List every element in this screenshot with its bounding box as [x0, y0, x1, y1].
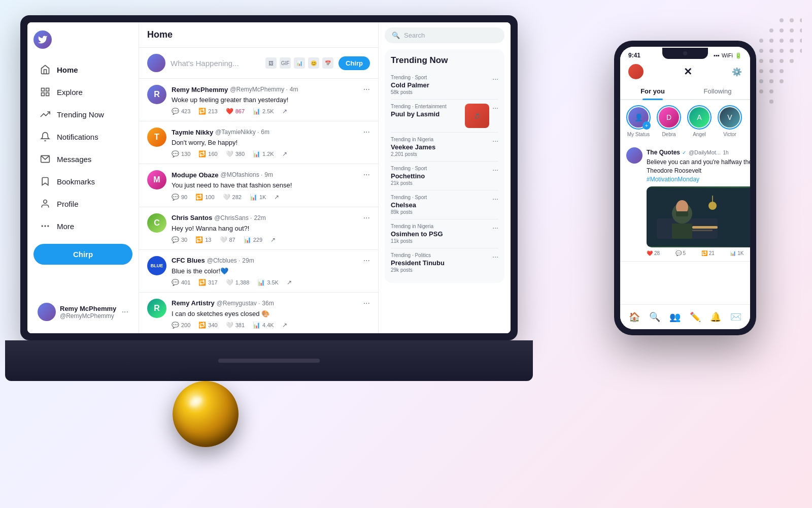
comment-action-2[interactable]: 💬 130 — [172, 150, 190, 157]
phone-nav-search[interactable]: 🔍 — [648, 310, 662, 324]
tweet-menu-4[interactable]: ··· — [363, 213, 370, 223]
tweet-text-4: Hey yo! Wanna hang out?! — [172, 224, 370, 233]
trend-dots-4[interactable]: ··· — [492, 166, 498, 174]
trend-dots-2[interactable]: ··· — [492, 104, 498, 112]
phone-nav-notifications[interactable]: 🔔 — [708, 310, 723, 324]
trend-item-6[interactable]: Trending in Nigeria Osimhen to PSG 11k p… — [391, 219, 498, 248]
retweet-action-2[interactable]: 🔁 160 — [198, 150, 217, 157]
tweet-menu-2[interactable]: ··· — [363, 128, 370, 137]
trend-dots-1[interactable]: ··· — [492, 75, 498, 83]
sidebar-item-profile[interactable]: Profile — [33, 193, 132, 214]
tweet-card-4[interactable]: C Chris Santos @ChrisSans · 22m ··· Hey … — [139, 207, 378, 250]
tweet-menu-5[interactable]: ··· — [363, 256, 370, 265]
phone-views-action[interactable]: 📊 1K — [730, 250, 743, 256]
retweet-action-6[interactable]: 🔁 340 — [198, 322, 217, 329]
tweet-time-4: 22m — [254, 214, 265, 221]
like-action-1[interactable]: ❤️ 867 — [226, 108, 245, 115]
comment-action-5[interactable]: 💬 401 — [172, 279, 190, 286]
story-item-angel[interactable]: A Angel — [687, 105, 712, 137]
like-action-6[interactable]: 🤍 381 — [226, 322, 245, 329]
hashtag[interactable]: #MotivationMonday — [647, 176, 699, 183]
tweet-menu-3[interactable]: ··· — [363, 170, 370, 179]
retweet-action-4[interactable]: 🔁 13 — [195, 236, 211, 243]
compose-emoji-btn[interactable]: 😊 — [308, 57, 319, 69]
retweet-action-5[interactable]: 🔁 317 — [198, 279, 217, 286]
phone-tweet-card[interactable]: The Quotes ✓ @DailyMot... 1h ··· Believe… — [620, 142, 750, 262]
trend-item-2[interactable]: Trending · Entertainment Puul by Lasmid … — [391, 100, 498, 133]
sidebar-item-explore[interactable]: Explore — [33, 81, 132, 103]
phone-retweet-action[interactable]: 🔁 21 — [701, 250, 715, 256]
like-action-3[interactable]: 🤍 282 — [223, 194, 242, 201]
tab-following[interactable]: Following — [685, 83, 750, 99]
user-profile-section[interactable]: Remy McPhemmy @RemyMcPhemmy ··· — [33, 299, 132, 325]
comment-action-6[interactable]: 💬 200 — [172, 322, 190, 329]
trend-dots-5[interactable]: ··· — [492, 195, 498, 203]
like-action-5[interactable]: 🤍 1,388 — [226, 279, 250, 286]
tab-for-you[interactable]: For you — [620, 83, 685, 99]
compose-placeholder[interactable]: What's Happening... — [171, 59, 260, 68]
user-menu-dots[interactable]: ··· — [122, 307, 128, 316]
trend-item-4[interactable]: Trending · Sport Pochettino 21k posts ··… — [391, 162, 498, 190]
tweet-card-2[interactable]: T Taymie Nikky @TaymieNikky · 6m ··· Don… — [139, 121, 378, 164]
retweet-action-1[interactable]: 🔁 213 — [198, 108, 217, 115]
share-action-6[interactable]: ↗ — [282, 322, 287, 329]
svg-rect-38 — [42, 93, 45, 96]
views-action-1[interactable]: 📊 2.5K — [253, 108, 274, 115]
phone-settings-icon[interactable]: ⚙️ — [732, 67, 742, 77]
tweet-menu-6[interactable]: ··· — [363, 299, 370, 308]
trend-dots-3[interactable]: ··· — [492, 137, 498, 145]
tweet-card[interactable]: R Remy McPhemmy @RemyMcPhemmy · 4m ··· W… — [139, 79, 378, 121]
like-action-4[interactable]: 🤍 87 — [220, 236, 235, 243]
phone-nav-messages[interactable]: ✉️ — [729, 310, 743, 324]
phone-comment-action[interactable]: 💬 5 — [675, 250, 686, 256]
trend-item-5[interactable]: Trending · Sport Chelsea 89k posts ··· — [391, 190, 498, 219]
sidebar-item-more[interactable]: More — [33, 215, 132, 237]
views-action-4[interactable]: 📊 229 — [244, 236, 262, 243]
tweet-card-3[interactable]: M Modupe Obaze @MOfashions · 9m ··· You … — [139, 164, 378, 207]
sidebar-item-bookmarks[interactable]: Bookmarks — [33, 171, 132, 192]
trend-dots-7[interactable]: ··· — [492, 252, 498, 261]
views-action-6[interactable]: 📊 4.4K — [253, 322, 274, 329]
compose-gif-btn[interactable]: GIF — [280, 57, 291, 69]
views-action-3[interactable]: 📊 1K — [250, 194, 266, 201]
story-item-mystatus[interactable]: 👤 + My Status — [626, 105, 651, 137]
phone-nav-people[interactable]: 👥 — [668, 310, 682, 324]
sidebar-item-home[interactable]: Home — [33, 59, 132, 80]
comment-action-3[interactable]: 💬 90 — [172, 194, 187, 201]
phone-nav-compose[interactable]: ✏️ — [688, 310, 702, 324]
comment-action-1[interactable]: 💬 423 — [172, 108, 190, 115]
share-action-4[interactable]: ↗ — [270, 236, 276, 243]
phone-user-avatar[interactable] — [628, 64, 644, 79]
phone-like-action[interactable]: ❤️ 28 — [647, 250, 660, 256]
compose-poll-btn[interactable]: 📊 — [294, 57, 305, 69]
views-action-2[interactable]: 📊 1.2K — [253, 150, 274, 157]
tweet-menu-1[interactable]: ··· — [363, 85, 370, 94]
trend-item-3[interactable]: Trending in Nigeria Veekee James 2,201 p… — [391, 133, 498, 162]
retweet-action-3[interactable]: 🔁 100 — [195, 194, 214, 201]
compose-image-btn[interactable]: 🖼 — [265, 57, 277, 69]
share-action-1[interactable]: ↗ — [282, 108, 287, 115]
share-action-2[interactable]: ↗ — [282, 150, 287, 157]
phone-nav-home[interactable]: 🏠 — [627, 310, 641, 324]
sidebar-item-notifications[interactable]: Notifications — [33, 126, 132, 147]
comment-action-4[interactable]: 💬 30 — [172, 236, 187, 243]
story-item-debra[interactable]: D Debra — [657, 105, 681, 137]
compose-chirp-button[interactable]: Chirp — [339, 56, 370, 70]
trend-dots-6[interactable]: ··· — [492, 224, 498, 232]
chirp-button[interactable]: Chirp — [33, 244, 132, 265]
tweet-card-6[interactable]: R Remy Artistry @Remygustav · 36m ··· I … — [139, 293, 378, 333]
tweet-card-5[interactable]: BLUE CFC Blues @Cfcblues · 29m ··· Blue … — [139, 250, 378, 293]
share-action-5[interactable]: ↗ — [287, 279, 292, 286]
story-item-victor[interactable]: V Victor — [718, 105, 742, 137]
sidebar-item-messages[interactable]: Messages — [33, 148, 132, 170]
compose-schedule-btn[interactable]: 📅 — [322, 57, 333, 69]
user-avatar — [38, 303, 56, 321]
like-action-2[interactable]: 🤍 380 — [226, 150, 245, 157]
share-action-3[interactable]: ↗ — [274, 194, 279, 201]
trend-name-4: Pochettino — [391, 172, 489, 180]
search-bar[interactable]: 🔍 Search — [385, 27, 504, 43]
views-action-5[interactable]: 📊 3.5K — [257, 279, 279, 286]
trend-item-7[interactable]: Trending · Politics President Tinubu 29k… — [391, 248, 498, 277]
trend-item-1[interactable]: Trending · Sport Cold Palmer 58k posts ·… — [391, 71, 498, 100]
sidebar-item-trending[interactable]: Trending Now — [33, 104, 132, 125]
